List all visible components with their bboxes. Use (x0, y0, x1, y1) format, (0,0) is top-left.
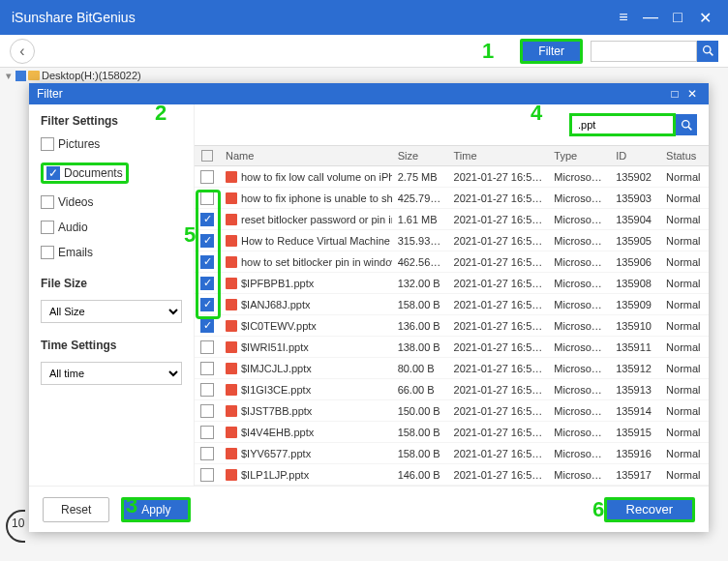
file-name: how to fix iphone is unable to share pho… (241, 192, 392, 204)
row-checkbox[interactable] (200, 447, 214, 460)
col-name[interactable]: Name (220, 150, 392, 162)
file-id: 135911 (610, 341, 660, 353)
filter-maximize-icon[interactable]: □ (666, 85, 683, 103)
file-size: 66.00 B (392, 384, 448, 396)
pptx-icon (226, 384, 237, 396)
file-name: $IC0TEWV.pptx (241, 320, 317, 332)
row-checkbox[interactable] (200, 383, 214, 397)
table-row[interactable]: ✓$IC0TEWV.pptx136.00 B2021-01-27 16:55:3… (195, 315, 709, 337)
col-type[interactable]: Type (548, 150, 610, 162)
col-id[interactable]: ID (610, 150, 660, 162)
row-checkbox[interactable] (200, 362, 214, 375)
pptx-icon (226, 405, 237, 417)
file-size: 158.00 B (392, 299, 448, 310)
table-row[interactable]: ✓reset bitlocker password or pin in wind… (195, 209, 709, 230)
filter-panel-title: Filter (37, 87, 63, 101)
file-id: 135914 (610, 405, 660, 417)
pptx-icon (226, 469, 237, 481)
file-status: Normal (660, 448, 709, 459)
table-row[interactable]: ✓$IPFBPB1.pptx132.00 B2021-01-27 16:55:3… (195, 273, 709, 294)
table-row[interactable]: $ILP1LJP.pptx146.00 B2021-01-27 16:55:33… (195, 464, 709, 486)
pptx-icon (226, 235, 237, 247)
row-checkbox[interactable] (200, 340, 214, 354)
table-row[interactable]: $IWRI51I.pptx138.00 B2021-01-27 16:55:33… (195, 337, 709, 358)
table-row[interactable]: $IMJCJLJ.pptx80.00 B2021-01-27 16:55:33M… (195, 358, 709, 379)
file-status: Normal (660, 214, 709, 225)
file-size-select[interactable]: All Size (41, 300, 182, 323)
file-type: Microsoft P (548, 427, 610, 438)
file-id: 135917 (610, 469, 660, 481)
file-type: Microsoft P (548, 363, 610, 374)
filter-panel-titlebar: Filter □ ✕ (29, 83, 709, 104)
row-checkbox[interactable] (200, 426, 214, 439)
time-settings-select[interactable]: All time (41, 362, 182, 385)
minimize-icon[interactable]: — (639, 6, 662, 29)
table-row[interactable]: $I1GI3CE.pptx66.00 B2021-01-27 16:55:33M… (195, 379, 709, 400)
recover-button[interactable]: Recover (604, 497, 695, 522)
filter-search-button[interactable] (676, 114, 697, 135)
table-row[interactable]: $IJST7BB.pptx150.00 B2021-01-27 16:55:33… (195, 400, 709, 422)
close-icon[interactable]: ✕ (693, 6, 716, 29)
select-all-checkbox[interactable] (201, 150, 213, 162)
table-row[interactable]: $I4V4EHB.pptx158.00 B2021-01-27 16:55:33… (195, 422, 709, 443)
file-status: Normal (660, 299, 709, 310)
row-checkbox[interactable] (200, 404, 214, 418)
table-row[interactable]: how to fix iphone is unable to share pho… (195, 188, 709, 209)
filter-opt-documents[interactable]: ✓Documents (41, 162, 129, 184)
file-status: Normal (660, 278, 709, 289)
table-row[interactable]: ✓how to set bitlocker pin in windows 10.… (195, 251, 709, 273)
pptx-icon (226, 448, 237, 459)
filter-search-input[interactable] (569, 113, 676, 136)
file-type: Microsoft P (548, 341, 610, 353)
file-type: Microsoft P (548, 214, 610, 225)
file-status: Normal (660, 427, 709, 438)
back-button[interactable]: ‹ (10, 39, 35, 64)
menu-icon[interactable]: ≡ (612, 6, 635, 29)
filter-opt-videos[interactable]: Videos (41, 195, 108, 209)
main-search-input[interactable] (591, 41, 697, 62)
file-status: Normal (660, 363, 709, 374)
table-row[interactable]: ✓How to Reduce Virtual Machine Disk Size… (195, 230, 709, 251)
apply-button[interactable]: Apply (121, 497, 191, 522)
row-checkbox[interactable] (200, 468, 214, 482)
file-size: 425.79 KB (392, 192, 448, 204)
annotation-box-5 (196, 190, 221, 319)
file-name: $IPFBPB1.pptx (241, 278, 314, 289)
table-header: Name Size Time Type ID Status (195, 145, 709, 166)
file-name: How to Reduce Virtual Machine Disk Size (241, 235, 392, 247)
pptx-icon (226, 171, 237, 183)
col-status[interactable]: Status (660, 150, 709, 162)
file-status: Normal (660, 171, 709, 183)
filter-opt-emails[interactable]: Emails (41, 246, 108, 259)
table-row[interactable]: how to fix low call volume on iPhone.ppt… (195, 166, 709, 188)
file-id: 135909 (610, 299, 660, 310)
row-checkbox[interactable]: ✓ (200, 319, 214, 333)
file-time: 2021-01-27 16:55:33 (448, 278, 549, 289)
filter-opt-audio[interactable]: Audio (41, 221, 108, 234)
file-time: 2021-01-27 16:53:55 (448, 192, 549, 204)
file-id: 135904 (610, 214, 660, 225)
reset-button[interactable]: Reset (43, 497, 109, 522)
filter-button[interactable]: Filter (520, 39, 583, 64)
col-size[interactable]: Size (392, 150, 448, 162)
filter-close-icon[interactable]: ✕ (683, 85, 701, 103)
file-name: reset bitlocker password or pin in windo… (241, 214, 392, 225)
file-name: $IWRI51I.pptx (241, 341, 309, 353)
file-tree: ▾Desktop(H:)(158022) (0, 68, 169, 83)
table-row[interactable]: $IYV6577.pptx158.00 B2021-01-27 16:55:33… (195, 443, 709, 464)
filter-panel: Filter □ ✕ Filter Settings Pictures ✓Doc… (29, 83, 709, 532)
col-time[interactable]: Time (448, 150, 549, 162)
filter-opt-pictures[interactable]: Pictures (41, 137, 108, 151)
file-status: Normal (660, 384, 709, 396)
row-checkbox[interactable] (200, 170, 214, 184)
table-row[interactable]: ✓$IANJ68J.pptx158.00 B2021-01-27 16:55:3… (195, 294, 709, 315)
tree-checkbox[interactable] (15, 71, 26, 81)
file-size: 1.61 MB (392, 214, 448, 225)
maximize-icon[interactable]: □ (666, 6, 689, 29)
svg-point-0 (703, 46, 710, 53)
svg-point-2 (682, 120, 688, 127)
file-time: 2021-01-27 16:55:33 (448, 469, 549, 481)
main-search-button[interactable] (697, 41, 718, 62)
file-id: 135916 (610, 448, 660, 459)
file-name: how to set bitlocker pin in windows 10.p… (241, 256, 392, 268)
